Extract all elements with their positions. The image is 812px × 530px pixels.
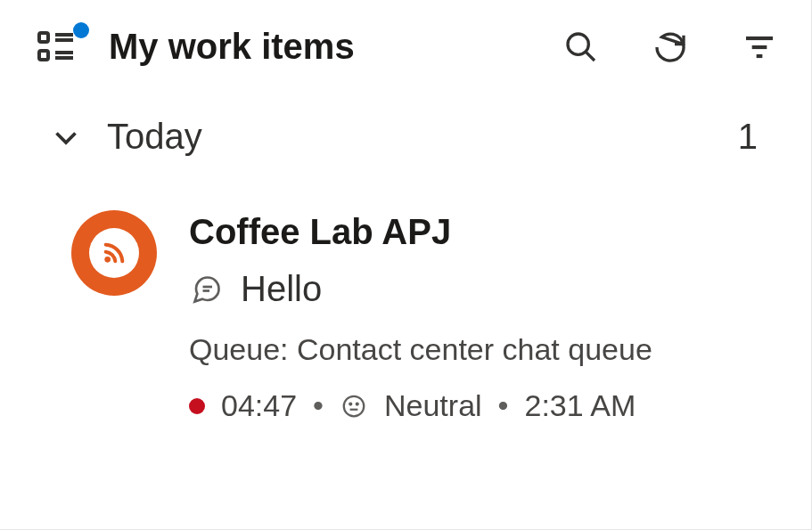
section-count: 1 xyxy=(738,117,758,157)
work-items-list-icon xyxy=(37,29,87,65)
work-item-content: Coffee Lab APJ Hello Queue: Contact cent… xyxy=(189,210,779,423)
svg-point-6 xyxy=(568,34,588,54)
header-actions xyxy=(562,28,779,67)
work-item-time: 2:31 AM xyxy=(525,388,636,423)
chat-channel-icon xyxy=(89,228,139,278)
panel-title: My work items xyxy=(109,27,540,67)
work-item-message-row: Hello xyxy=(189,269,779,309)
message-icon xyxy=(189,272,225,307)
work-item-queue: Queue: Contact center chat queue xyxy=(189,332,779,367)
svg-line-7 xyxy=(586,52,595,61)
svg-point-14 xyxy=(344,395,365,416)
status-dot-icon xyxy=(189,398,205,414)
work-item-sentiment: Neutral xyxy=(384,388,482,423)
svg-rect-3 xyxy=(39,51,48,60)
notification-dot xyxy=(73,22,89,38)
separator: • xyxy=(498,388,509,423)
work-item-message: Hello xyxy=(241,269,322,309)
svg-point-15 xyxy=(349,403,351,404)
filter-icon[interactable] xyxy=(740,28,779,67)
avatar xyxy=(71,210,157,296)
section-header-today[interactable]: Today 1 xyxy=(0,88,811,178)
work-item-name: Coffee Lab APJ xyxy=(189,210,779,253)
svg-point-11 xyxy=(104,257,111,263)
section-title: Today xyxy=(107,117,738,157)
work-item-meta: 04:47 • Neutral • 2:31 AM xyxy=(189,388,779,423)
panel-header: My work items xyxy=(0,0,811,88)
work-item[interactable]: Coffee Lab APJ Hello Queue: Contact cent… xyxy=(0,178,811,444)
sentiment-neutral-icon xyxy=(340,392,368,420)
search-icon[interactable] xyxy=(562,28,601,67)
refresh-icon[interactable] xyxy=(651,28,690,67)
svg-rect-0 xyxy=(39,33,48,42)
svg-point-16 xyxy=(357,403,358,404)
separator: • xyxy=(313,388,324,423)
chevron-down-icon xyxy=(50,121,82,153)
work-item-duration: 04:47 xyxy=(221,388,297,423)
